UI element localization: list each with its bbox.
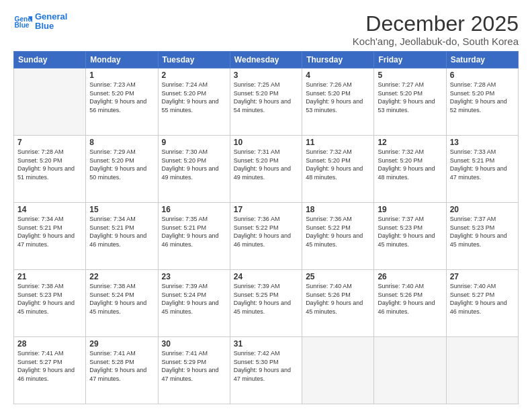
- day-info: Sunrise: 7:40 AMSunset: 5:26 PMDaylight:…: [378, 282, 442, 316]
- calendar-cell: 14 Sunrise: 7:34 AMSunset: 5:21 PMDaylig…: [14, 203, 86, 270]
- calendar-cell: 22 Sunrise: 7:38 AMSunset: 5:24 PMDaylig…: [86, 270, 158, 337]
- calendar-cell: 16 Sunrise: 7:35 AMSunset: 5:21 PMDaylig…: [158, 203, 230, 270]
- day-info: Sunrise: 7:38 AMSunset: 5:23 PMDaylight:…: [17, 282, 82, 316]
- calendar-cell: 2 Sunrise: 7:24 AMSunset: 5:20 PMDayligh…: [158, 68, 230, 136]
- day-info: Sunrise: 7:30 AMSunset: 5:20 PMDaylight:…: [162, 148, 226, 181]
- calendar-week-row: 21 Sunrise: 7:38 AMSunset: 5:23 PMDaylig…: [14, 270, 519, 337]
- day-number: 17: [234, 205, 298, 214]
- header-monday: Monday: [86, 52, 158, 68]
- day-number: 6: [450, 71, 515, 80]
- calendar-cell: 29 Sunrise: 7:41 AMSunset: 5:28 PMDaylig…: [86, 337, 158, 404]
- day-info: Sunrise: 7:32 AMSunset: 5:20 PMDaylight:…: [378, 148, 442, 181]
- calendar-cell: 10 Sunrise: 7:31 AMSunset: 5:20 PMDaylig…: [230, 136, 302, 203]
- calendar-cell: 5 Sunrise: 7:27 AMSunset: 5:20 PMDayligh…: [374, 68, 446, 136]
- day-number: 14: [17, 205, 82, 214]
- day-info: Sunrise: 7:40 AMSunset: 5:26 PMDaylight:…: [306, 282, 370, 316]
- day-info: Sunrise: 7:36 AMSunset: 5:22 PMDaylight:…: [306, 215, 370, 248]
- day-number: 2: [162, 71, 226, 80]
- calendar-cell: 28 Sunrise: 7:41 AMSunset: 5:27 PMDaylig…: [14, 337, 86, 404]
- header-tuesday: Tuesday: [158, 52, 230, 68]
- day-number: 10: [234, 138, 298, 147]
- day-info: Sunrise: 7:31 AMSunset: 5:20 PMDaylight:…: [234, 148, 298, 181]
- month-title: December 2025: [353, 12, 519, 36]
- calendar-table: Sunday Monday Tuesday Wednesday Thursday…: [13, 51, 519, 404]
- calendar-cell: 21 Sunrise: 7:38 AMSunset: 5:23 PMDaylig…: [14, 270, 86, 337]
- logo-line2: Blue: [35, 21, 67, 31]
- header-thursday: Thursday: [302, 52, 374, 68]
- day-number: 18: [306, 205, 370, 214]
- day-number: 12: [378, 138, 442, 147]
- calendar-cell: 1 Sunrise: 7:23 AMSunset: 5:20 PMDayligh…: [86, 68, 158, 136]
- calendar-cell: 13 Sunrise: 7:33 AMSunset: 5:21 PMDaylig…: [446, 136, 518, 203]
- location-subtitle: Koch'ang, Jeollabuk-do, South Korea: [353, 36, 519, 47]
- header: General Blue General Blue December 2025 …: [13, 12, 519, 47]
- calendar-cell: 4 Sunrise: 7:26 AMSunset: 5:20 PMDayligh…: [302, 68, 374, 136]
- header-saturday: Saturday: [446, 52, 518, 68]
- day-info: Sunrise: 7:37 AMSunset: 5:23 PMDaylight:…: [378, 215, 442, 248]
- day-number: 8: [89, 138, 154, 147]
- calendar-cell: 7 Sunrise: 7:28 AMSunset: 5:20 PMDayligh…: [14, 136, 86, 203]
- day-info: Sunrise: 7:35 AMSunset: 5:21 PMDaylight:…: [162, 215, 226, 248]
- day-info: Sunrise: 7:41 AMSunset: 5:29 PMDaylight:…: [162, 349, 226, 383]
- day-number: 21: [17, 272, 82, 281]
- day-info: Sunrise: 7:25 AMSunset: 5:20 PMDaylight:…: [234, 81, 298, 114]
- day-number: 20: [450, 205, 515, 214]
- day-number: 15: [89, 205, 154, 214]
- calendar-cell: 27 Sunrise: 7:40 AMSunset: 5:27 PMDaylig…: [446, 270, 518, 337]
- calendar-cell: 30 Sunrise: 7:41 AMSunset: 5:29 PMDaylig…: [158, 337, 230, 404]
- calendar-cell: 20 Sunrise: 7:37 AMSunset: 5:23 PMDaylig…: [446, 203, 518, 270]
- day-info: Sunrise: 7:23 AMSunset: 5:20 PMDaylight:…: [89, 81, 154, 114]
- calendar-week-row: 14 Sunrise: 7:34 AMSunset: 5:21 PMDaylig…: [14, 203, 519, 270]
- day-info: Sunrise: 7:38 AMSunset: 5:24 PMDaylight:…: [89, 282, 154, 316]
- day-number: 25: [306, 272, 370, 281]
- calendar-page: General Blue General Blue December 2025 …: [0, 0, 532, 411]
- day-number: 24: [234, 272, 298, 281]
- calendar-week-row: 1 Sunrise: 7:23 AMSunset: 5:20 PMDayligh…: [14, 68, 519, 136]
- calendar-cell: 8 Sunrise: 7:29 AMSunset: 5:20 PMDayligh…: [86, 136, 158, 203]
- day-info: Sunrise: 7:24 AMSunset: 5:20 PMDaylight:…: [162, 81, 226, 114]
- header-sunday: Sunday: [14, 52, 86, 68]
- day-number: 16: [162, 205, 226, 214]
- calendar-cell: 18 Sunrise: 7:36 AMSunset: 5:22 PMDaylig…: [302, 203, 374, 270]
- day-info: Sunrise: 7:29 AMSunset: 5:20 PMDaylight:…: [89, 148, 154, 181]
- logo: General Blue General Blue: [13, 12, 67, 32]
- day-number: 30: [162, 339, 226, 349]
- calendar-week-row: 28 Sunrise: 7:41 AMSunset: 5:27 PMDaylig…: [14, 337, 519, 404]
- logo-icon: General Blue: [13, 12, 32, 31]
- header-wednesday: Wednesday: [230, 52, 302, 68]
- day-info: Sunrise: 7:41 AMSunset: 5:28 PMDaylight:…: [89, 349, 154, 383]
- day-number: 26: [378, 272, 442, 281]
- calendar-cell: [446, 337, 518, 404]
- day-info: Sunrise: 7:37 AMSunset: 5:23 PMDaylight:…: [450, 215, 515, 248]
- day-info: Sunrise: 7:28 AMSunset: 5:20 PMDaylight:…: [17, 148, 82, 181]
- calendar-cell: [14, 68, 86, 136]
- day-number: 31: [234, 339, 298, 349]
- day-info: Sunrise: 7:42 AMSunset: 5:30 PMDaylight:…: [234, 349, 298, 383]
- calendar-cell: 17 Sunrise: 7:36 AMSunset: 5:22 PMDaylig…: [230, 203, 302, 270]
- calendar-cell: 31 Sunrise: 7:42 AMSunset: 5:30 PMDaylig…: [230, 337, 302, 404]
- day-info: Sunrise: 7:34 AMSunset: 5:21 PMDaylight:…: [17, 215, 82, 248]
- calendar-cell: 24 Sunrise: 7:39 AMSunset: 5:25 PMDaylig…: [230, 270, 302, 337]
- day-number: 19: [378, 205, 442, 214]
- day-number: 23: [162, 272, 226, 281]
- day-info: Sunrise: 7:40 AMSunset: 5:27 PMDaylight:…: [450, 282, 515, 316]
- day-number: 29: [89, 339, 154, 349]
- calendar-cell: 25 Sunrise: 7:40 AMSunset: 5:26 PMDaylig…: [302, 270, 374, 337]
- calendar-week-row: 7 Sunrise: 7:28 AMSunset: 5:20 PMDayligh…: [14, 136, 519, 203]
- calendar-cell: 12 Sunrise: 7:32 AMSunset: 5:20 PMDaylig…: [374, 136, 446, 203]
- header-friday: Friday: [374, 52, 446, 68]
- day-number: 7: [17, 138, 82, 147]
- day-number: 22: [89, 272, 154, 281]
- day-info: Sunrise: 7:27 AMSunset: 5:20 PMDaylight:…: [378, 81, 442, 114]
- day-info: Sunrise: 7:33 AMSunset: 5:21 PMDaylight:…: [450, 148, 515, 181]
- day-number: 28: [17, 339, 82, 349]
- calendar-body: 1 Sunrise: 7:23 AMSunset: 5:20 PMDayligh…: [14, 68, 519, 404]
- weekday-header-row: Sunday Monday Tuesday Wednesday Thursday…: [14, 52, 519, 68]
- day-info: Sunrise: 7:41 AMSunset: 5:27 PMDaylight:…: [17, 349, 82, 383]
- day-number: 5: [378, 71, 442, 80]
- day-info: Sunrise: 7:36 AMSunset: 5:22 PMDaylight:…: [234, 215, 298, 248]
- calendar-cell: 26 Sunrise: 7:40 AMSunset: 5:26 PMDaylig…: [374, 270, 446, 337]
- day-number: 13: [450, 138, 515, 147]
- day-number: 11: [306, 138, 370, 147]
- svg-text:Blue: Blue: [15, 22, 30, 30]
